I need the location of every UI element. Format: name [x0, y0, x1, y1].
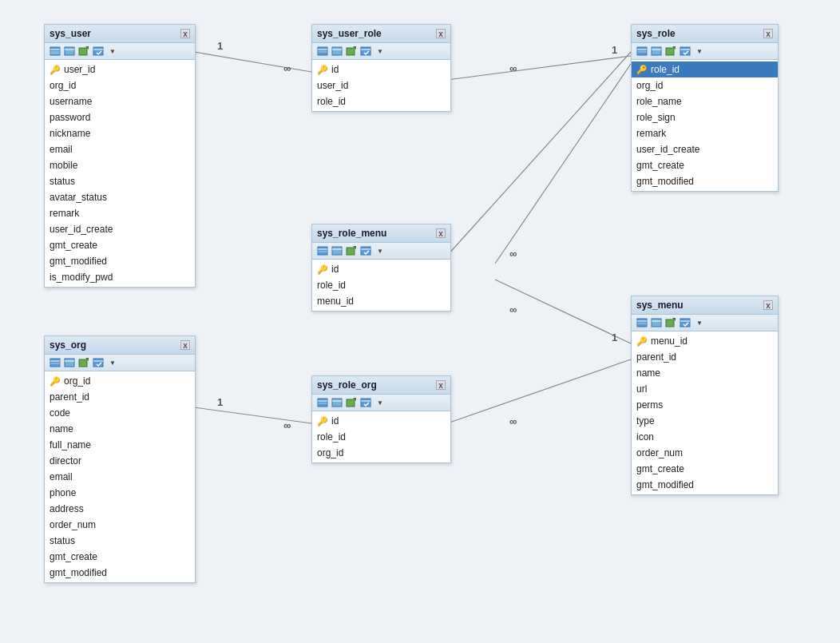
toolbar-icon-rm-3[interactable] — [345, 245, 358, 256]
field-rm-role_id: role_id — [312, 277, 450, 293]
rel-label-inf-b: ∞ — [509, 62, 517, 74]
field-r-org_id: org_id — [632, 77, 778, 93]
pk-icon-o-org_id: 🔑 — [50, 375, 61, 388]
toolbar-icon-ur-2[interactable] — [331, 46, 343, 57]
field-o-full_name: full_name — [45, 437, 195, 453]
svg-rect-40 — [347, 248, 355, 255]
rel-label-1c: 1 — [612, 331, 617, 343]
field-r-gmt_modified: gmt_modified — [632, 173, 778, 189]
toolbar-icon-ro-3[interactable] — [345, 397, 358, 408]
toolbar-icon-2[interactable] — [63, 46, 76, 57]
table-body-sys-role: 🔑 role_id org_id role_name role_sign rem… — [632, 60, 778, 191]
table-body-sys-user-role: 🔑 id user_id role_id — [312, 60, 450, 111]
close-btn-sys-menu[interactable]: x — [763, 300, 773, 310]
toolbar-icon-ur-4[interactable] — [359, 46, 372, 57]
toolbar-icon-rm-2[interactable] — [331, 245, 343, 256]
toolbar-sys-menu: ▼ — [632, 315, 778, 331]
field-gmt_create: gmt_create — [45, 237, 195, 253]
table-body-sys-menu: 🔑 menu_id parent_id name url perms type … — [632, 331, 778, 494]
rel-label-inf-c: ∞ — [509, 248, 517, 260]
field-org_id: org_id — [45, 77, 195, 93]
toolbar-icon-r-2[interactable] — [650, 46, 663, 57]
toolbar-sys-role-menu: ▼ — [312, 243, 450, 260]
close-btn-sys-user-role[interactable]: x — [436, 29, 446, 38]
field-m-menu_id: 🔑 menu_id — [632, 333, 778, 349]
field-o-order_num: order_num — [45, 517, 195, 533]
field-o-address: address — [45, 501, 195, 517]
svg-line-5 — [194, 407, 311, 423]
svg-rect-7 — [50, 47, 60, 55]
toolbar-icon-ro-4[interactable] — [359, 397, 372, 408]
field-m-gmt_create: gmt_create — [632, 461, 778, 477]
field-email: email — [45, 141, 195, 157]
close-btn-sys-role[interactable]: x — [763, 29, 773, 38]
close-btn-sys-role-org[interactable]: x — [436, 380, 446, 390]
field-m-icon: icon — [632, 429, 778, 445]
rel-label-inf-f: ∞ — [509, 415, 517, 427]
close-btn-sys-org[interactable]: x — [180, 340, 190, 350]
svg-rect-56 — [65, 359, 74, 367]
table-sys-user: sys_user x ▼ 🔑 user_id org_id use — [44, 24, 196, 288]
toolbar-icon-3[interactable] — [77, 46, 90, 57]
field-nickname: nickname — [45, 125, 195, 141]
field-ur-user_id: user_id — [312, 77, 450, 93]
field-r-user_id_create: user_id_create — [632, 141, 778, 157]
toolbar-dropdown-ro[interactable]: ▼ — [374, 397, 386, 408]
rel-label-1d: 1 — [217, 396, 223, 408]
svg-rect-67 — [347, 399, 355, 407]
table-header-sys-user: sys_user x — [45, 25, 195, 43]
field-m-name: name — [632, 365, 778, 381]
close-btn-sys-role-menu[interactable]: x — [436, 228, 446, 238]
toolbar-icon-m-4[interactable] — [679, 317, 691, 328]
table-sys-role: sys_role x ▼ 🔑 role_id org_id rol — [631, 24, 779, 192]
svg-rect-53 — [50, 359, 60, 367]
toolbar-dropdown-rm[interactable]: ▼ — [374, 245, 386, 256]
toolbar-icon-rm-1[interactable] — [316, 245, 329, 256]
table-body-sys-org: 🔑 org_id parent_id code name full_name d… — [45, 371, 195, 582]
toolbar-icon-m-2[interactable] — [650, 317, 663, 328]
table-title-sys-user: sys_user — [50, 28, 91, 39]
svg-rect-13 — [79, 48, 87, 55]
toolbar-icon-1[interactable] — [49, 46, 61, 57]
table-title-sys-org: sys_org — [50, 339, 86, 351]
toolbar-icon-o-2[interactable] — [63, 357, 76, 368]
table-body-sys-role-menu: 🔑 id role_id menu_id — [312, 260, 450, 311]
toolbar-icon-ur-3[interactable] — [345, 46, 358, 57]
toolbar-icon-ur-1[interactable] — [316, 46, 329, 57]
toolbar-dropdown-icon[interactable]: ▼ — [106, 46, 119, 57]
toolbar-dropdown-r[interactable]: ▼ — [693, 46, 706, 57]
field-ro-id: 🔑 id — [312, 413, 450, 429]
toolbar-dropdown-m[interactable]: ▼ — [693, 317, 706, 328]
field-user_id_create: user_id_create — [45, 221, 195, 237]
toolbar-icon-ro-1[interactable] — [316, 397, 329, 408]
toolbar-icon-m-3[interactable] — [664, 317, 677, 328]
field-remark: remark — [45, 205, 195, 221]
toolbar-icon-o-1[interactable] — [49, 357, 61, 368]
rel-label-inf-a: ∞ — [283, 62, 291, 74]
field-m-perms: perms — [632, 397, 778, 413]
svg-line-2 — [495, 64, 631, 264]
toolbar-icon-r-4[interactable] — [679, 46, 691, 57]
svg-line-0 — [194, 52, 311, 72]
close-btn-sys-user[interactable]: x — [180, 29, 190, 38]
toolbar-icon-ro-2[interactable] — [331, 397, 343, 408]
toolbar-icon-r-1[interactable] — [636, 46, 648, 57]
field-m-parent_id: parent_id — [632, 349, 778, 365]
svg-rect-65 — [332, 399, 342, 407]
toolbar-icon-r-3[interactable] — [664, 46, 677, 57]
toolbar-icon-4[interactable] — [92, 46, 105, 57]
field-rm-id: 🔑 id — [312, 261, 450, 277]
rel-label-1b: 1 — [612, 44, 617, 56]
pk-icon-user_id: 🔑 — [50, 63, 61, 77]
toolbar-icon-rm-4[interactable] — [359, 245, 372, 256]
toolbar-icon-o-3[interactable] — [77, 357, 90, 368]
toolbar-icon-o-4[interactable] — [92, 357, 105, 368]
table-header-sys-role-menu: sys_role_menu x — [312, 224, 450, 243]
table-body-sys-role-org: 🔑 id role_id org_id — [312, 411, 450, 462]
table-sys-role-menu: sys_role_menu x ▼ 🔑 id role_id me — [311, 224, 451, 312]
toolbar-icon-m-1[interactable] — [636, 317, 648, 328]
table-title-sys-role-menu: sys_role_menu — [317, 228, 386, 239]
field-user_id: 🔑 user_id — [45, 62, 195, 77]
toolbar-dropdown-o[interactable]: ▼ — [106, 357, 119, 368]
toolbar-dropdown-ur[interactable]: ▼ — [374, 46, 386, 57]
